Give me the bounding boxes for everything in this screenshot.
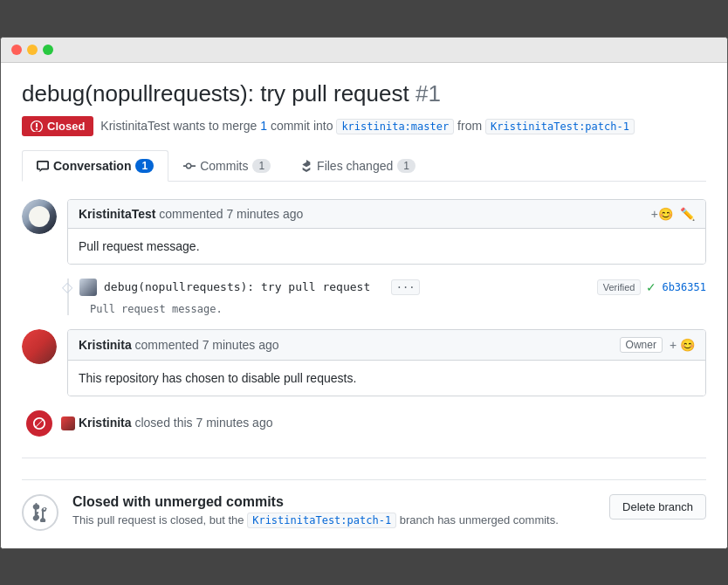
tab-files-changed[interactable]: Files changed 1	[285, 150, 430, 182]
event-user-avatar	[61, 416, 75, 430]
window-chrome	[1, 38, 727, 63]
comment-body-1: Pull request message.	[68, 229, 705, 264]
merge-icon	[31, 503, 50, 522]
closed-event-text: Kristinita closed this 7 minutes ago	[61, 416, 272, 430]
divider	[22, 458, 706, 458]
tabs-bar: Conversation 1 Commits 1 Files changed 1	[22, 150, 706, 182]
commit-count-link[interactable]: 1	[260, 119, 267, 133]
comment-header-2: Kristinita commented 7 minutes ago Owner…	[68, 330, 705, 361]
pr-meta-description: KristinitaTest wants to merge 1 commit i…	[100, 119, 635, 133]
status-badge: Closed	[22, 116, 93, 136]
add-reaction-icon[interactable]: +😊	[651, 207, 673, 221]
commit-reference: ◇ debug(nopullrequests): try pull reques…	[67, 279, 706, 315]
verified-badge: Verified	[597, 279, 642, 295]
closed-event: Kristinita closed this 7 minutes ago	[22, 410, 706, 437]
bottom-title: Closed with unmerged commits	[72, 494, 595, 510]
conversation-icon	[37, 160, 49, 172]
comment-body-2: This repository has chosen to disable pu…	[68, 361, 705, 396]
main-window: debug(nopullrequests): try pull request …	[0, 37, 728, 549]
comment-2: Kristinita commented 7 minutes ago Owner…	[22, 329, 706, 396]
commit-avatar	[79, 279, 97, 296]
commits-icon	[183, 160, 196, 172]
branch-code-link[interactable]: KristinitaTest:patch-1	[247, 513, 396, 528]
closed-event-icon	[26, 410, 52, 437]
pr-title: debug(nopullrequests): try pull request …	[22, 80, 706, 107]
timeline: KristinitaTest commented 7 minutes ago +…	[22, 199, 706, 531]
page-content: debug(nopullrequests): try pull request …	[1, 63, 727, 548]
commit-diamond-icon: ◇	[62, 279, 72, 295]
bottom-info: Closed with unmerged commits This pull r…	[72, 494, 595, 526]
bottom-desc: This pull request is closed, but the Kri…	[72, 513, 595, 526]
close-dot[interactable]	[11, 45, 22, 55]
pr-meta: Closed KristinitaTest wants to merge 1 c…	[22, 116, 706, 136]
head-branch-link[interactable]: KristinitaTest:patch-1	[485, 119, 635, 134]
tab-commits[interactable]: Commits 1	[168, 150, 285, 182]
commit-sha-link[interactable]: 6b36351	[662, 281, 706, 293]
comment-header-1: KristinitaTest commented 7 minutes ago +…	[68, 200, 705, 229]
commit-ellipsis-btn[interactable]: ···	[391, 279, 421, 295]
avatar-kristinitatest	[22, 199, 57, 234]
edit-icon[interactable]: ✏️	[680, 207, 695, 221]
check-icon: ✓	[646, 280, 656, 294]
commit-ref-title: debug(nopullrequests): try pull request …	[104, 280, 590, 293]
comment-box-1: KristinitaTest commented 7 minutes ago +…	[67, 199, 706, 265]
avatar-kristinita	[22, 329, 57, 364]
ban-icon	[33, 417, 45, 430]
comment-box-2: Kristinita commented 7 minutes ago Owner…	[67, 329, 706, 396]
merge-icon-box	[22, 494, 58, 531]
minimize-dot[interactable]	[27, 45, 38, 55]
commit-body-text: Pull request message.	[83, 303, 706, 315]
pr-closed-icon	[31, 120, 43, 132]
bottom-panel: Closed with unmerged commits This pull r…	[22, 479, 706, 531]
maximize-dot[interactable]	[43, 45, 53, 55]
tab-conversation[interactable]: Conversation 1	[22, 150, 168, 182]
files-changed-icon	[300, 160, 312, 172]
comment-1: KristinitaTest commented 7 minutes ago +…	[22, 199, 706, 265]
delete-branch-button[interactable]: Delete branch	[609, 494, 706, 520]
base-branch-link[interactable]: kristinita:master	[336, 119, 454, 134]
add-reaction-icon-2[interactable]: + 😊	[670, 338, 695, 352]
owner-badge: Owner	[620, 337, 663, 353]
